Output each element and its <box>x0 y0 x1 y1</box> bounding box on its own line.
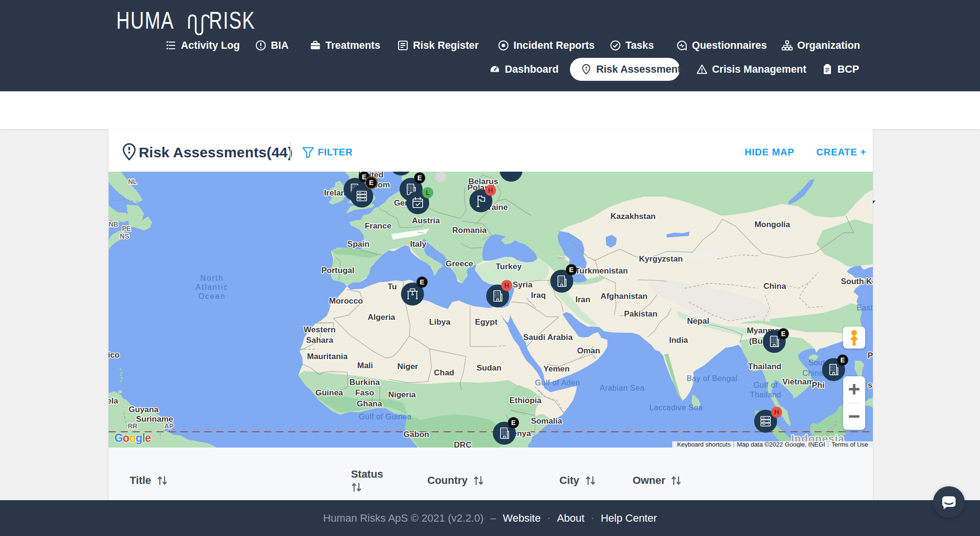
svg-text:Afghanistan: Afghanistan <box>601 292 647 301</box>
svg-text:Gabon: Gabon <box>403 430 429 439</box>
svg-text:Belarus: Belarus <box>468 177 498 186</box>
svg-text:Mauritania: Mauritania <box>307 352 348 361</box>
svg-text:to Rico: to Rico <box>109 350 120 360</box>
svg-text:Guinea: Guinea <box>315 388 343 397</box>
svg-text:Chad: Chad <box>434 368 455 377</box>
svg-text:India: India <box>669 336 688 345</box>
svg-text:NL: NL <box>128 178 137 186</box>
svg-text:Gulf of Guinea: Gulf of Guinea <box>359 413 412 421</box>
svg-text:Guyana: Guyana <box>129 405 159 414</box>
svg-text:L: L <box>426 189 430 197</box>
svg-text:HUMA: HUMA <box>116 7 174 34</box>
svg-text:Morocco: Morocco <box>329 296 363 306</box>
svg-text:Niger: Niger <box>397 362 418 371</box>
svg-text:Sudan: Sudan <box>477 363 501 372</box>
svg-text:Sahara: Sahara <box>306 336 334 345</box>
svg-text:Syria: Syria <box>512 280 533 289</box>
svg-text:DRC: DRC <box>454 440 472 448</box>
svg-text:Romania: Romania <box>452 226 487 235</box>
svg-text:Mali: Mali <box>357 361 373 370</box>
svg-text:Libya: Libya <box>429 317 451 327</box>
svg-text:Arabian Sea: Arabian Sea <box>600 384 645 392</box>
svg-text:Ocean: Ocean <box>198 292 225 300</box>
svg-text:Thailand: Thailand <box>750 391 781 399</box>
svg-text:E: E <box>420 278 424 286</box>
svg-text:ezuela: ezuela <box>109 396 119 405</box>
svg-text:Oman: Oman <box>577 346 600 355</box>
svg-text:Mongolia: Mongolia <box>755 220 791 229</box>
svg-text:RR: RR <box>128 422 137 430</box>
svg-text:Kyrgyzstan: Kyrgyzstan <box>639 254 683 263</box>
svg-text:Nepal: Nepal <box>687 317 709 326</box>
svg-text:E: E <box>369 179 373 186</box>
svg-text:AP: AP <box>164 422 173 430</box>
svg-text:Turkmenistan: Turkmenistan <box>575 266 628 275</box>
svg-text:Pakistan: Pakistan <box>624 309 657 318</box>
svg-text:Kazakhstan: Kazakhstan <box>611 212 656 221</box>
svg-text:Tu: Tu <box>388 282 397 291</box>
svg-text:Iraq: Iraq <box>531 291 546 300</box>
svg-text:RISKS: RISKS <box>209 7 255 34</box>
svg-text:E: E <box>840 356 845 364</box>
svg-text:Portugal: Portugal <box>322 266 355 275</box>
svg-text:East China S: East China S <box>857 304 873 312</box>
svg-text:Gulf of: Gulf of <box>754 381 778 389</box>
svg-text:Turkey: Turkey <box>496 262 522 271</box>
svg-text:E: E <box>511 419 515 427</box>
svg-text:Saudi Arabia: Saudi Arabia <box>523 333 573 342</box>
svg-text:China: China <box>763 282 786 291</box>
svg-text:E: E <box>417 174 422 182</box>
svg-text:NS: NS <box>120 232 129 240</box>
svg-text:Egypt: Egypt <box>475 317 498 327</box>
svg-text:H: H <box>504 282 509 289</box>
svg-text:France: France <box>365 221 391 230</box>
svg-text:H: H <box>774 408 779 416</box>
svg-text:Italy: Italy <box>410 240 427 249</box>
svg-text:Vietnam: Vietnam <box>782 377 814 386</box>
svg-text:Algeria: Algeria <box>368 313 395 322</box>
svg-text:NB: NB <box>109 220 118 228</box>
svg-text:E: E <box>781 330 785 338</box>
svg-text:Thailand: Thailand <box>748 362 781 371</box>
svg-text:Western: Western <box>304 325 336 334</box>
svg-text:North: North <box>200 274 223 282</box>
svg-text:Ph: Ph <box>868 351 873 360</box>
svg-text:Sout: Sout <box>809 359 825 367</box>
svg-text:Phi: Phi <box>812 381 824 390</box>
svg-text:Iran: Iran <box>575 295 590 304</box>
svg-text:Gulf of Aden: Gulf of Aden <box>535 379 580 387</box>
svg-text:Yemen: Yemen <box>544 364 570 373</box>
svg-text:H: H <box>488 186 493 194</box>
svg-text:E: E <box>569 266 573 273</box>
svg-text:Ghana: Ghana <box>357 399 382 408</box>
svg-text:PE: PE <box>122 225 131 232</box>
svg-text:South Ko: South Ko <box>841 277 873 286</box>
svg-text:Burkina: Burkina <box>349 378 380 387</box>
svg-text:Nigeria: Nigeria <box>388 390 416 399</box>
svg-text:Spain: Spain <box>347 240 369 249</box>
svg-text:Somalia: Somalia <box>531 416 562 426</box>
svg-text:Bay of Bengal: Bay of Bengal <box>687 374 737 383</box>
svg-text:Ethiopia: Ethiopia <box>509 396 542 405</box>
svg-text:Austria: Austria <box>412 216 440 225</box>
svg-text:Faso: Faso <box>355 388 374 397</box>
svg-text:s: s <box>868 381 872 390</box>
svg-text:Atlantic: Atlantic <box>196 283 228 291</box>
svg-text:Greece: Greece <box>445 259 473 268</box>
svg-text:Laccadive Sea: Laccadive Sea <box>649 404 702 412</box>
